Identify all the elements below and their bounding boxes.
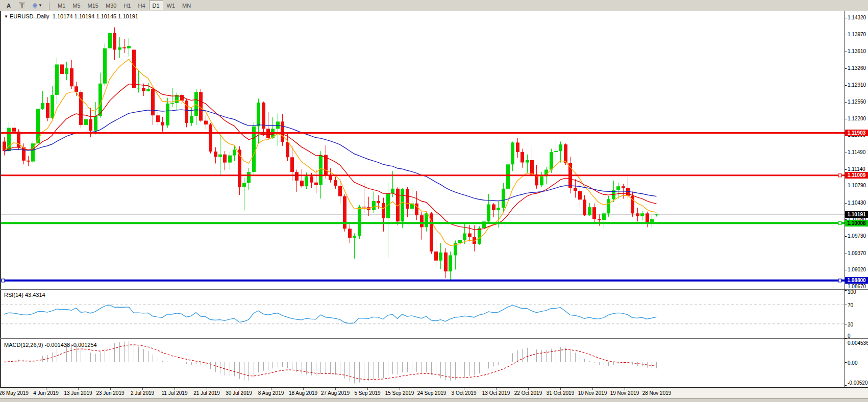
rsi-axis-tick-mark: [845, 290, 847, 291]
date-label: 15 Sep 2019: [385, 390, 414, 396]
time-axis-tick-mark: [657, 388, 657, 390]
price-axis-tick: 1.12550: [848, 99, 868, 105]
price-axis-tick: 1.13260: [848, 65, 868, 71]
text-a-tool-button[interactable]: A: [2, 1, 15, 10]
macd-indicator-label: MACD(12,26,9) -0.001438 -0.001254: [4, 342, 97, 348]
date-label: 2 Jul 2019: [131, 390, 154, 396]
date-label: 11 Jul 2019: [162, 390, 188, 396]
window-left-border: [0, 11, 1, 398]
date-label: 27 Aug 2019: [321, 390, 350, 396]
price-axis-tick: 1.11490: [848, 149, 868, 155]
time-axis-tick-mark: [78, 388, 79, 390]
time-axis-tick-mark: [207, 388, 207, 390]
price-axis-tick-mark: [845, 270, 847, 270]
macd-axis-tick: -0.005205: [848, 380, 868, 386]
time-axis-tick-mark: [335, 388, 336, 390]
price-axis-tick: 1.09370: [848, 250, 868, 256]
chart-title[interactable]: ▼ EURUSD-,Daily 1.10174 1.10194 1.10145 …: [4, 13, 138, 19]
timeframe-button-m30[interactable]: M30: [102, 1, 120, 10]
timeframe-button-m5[interactable]: M5: [69, 1, 84, 10]
time-axis-tick-mark: [528, 388, 529, 390]
timeframe-button-mn[interactable]: MN: [179, 1, 194, 10]
date-label: 10 Nov 2019: [578, 390, 607, 396]
price-axis-tick: 1.14320: [848, 15, 868, 20]
price-axis-tick: 1.13970: [848, 32, 868, 37]
timeframe-button-m1[interactable]: M1: [54, 1, 69, 10]
rsi-axis-tick-mark: [845, 338, 847, 339]
rsi-axis-tick: 100: [848, 289, 868, 295]
price-axis-tick: 1.08670: [848, 284, 868, 289]
price-axis-tick-mark: [845, 35, 847, 35]
date-label: 5 Sep 2019: [354, 390, 380, 396]
timeframe-button-h1[interactable]: H1: [120, 1, 134, 10]
price-axis-tick-mark: [845, 203, 847, 204]
timeframe-button-group: M1M5M15M30H1H4D1W1MN: [54, 1, 194, 10]
date-label: 30 Jul 2019: [226, 390, 252, 396]
timeframe-button-m15[interactable]: M15: [84, 1, 102, 10]
time-axis-tick-mark: [560, 388, 561, 390]
date-label: 26 May 2019: [0, 390, 29, 396]
timeframe-button-w1[interactable]: W1: [163, 1, 179, 10]
time-axis-tick-mark: [464, 388, 464, 390]
macd-axis-tick: 0.004536: [848, 340, 868, 346]
mt4-window: A T ▼ M1M5M15M30H1H4D1W1MN ▼ EURUSD-,Dai…: [0, 0, 868, 402]
shapes-tool-button[interactable]: ▼: [29, 1, 47, 10]
bottom-strip: [0, 398, 868, 402]
date-label: 28 Nov 2019: [642, 390, 672, 396]
date-label: 13 Jun 2019: [64, 390, 92, 396]
time-axis-tick-mark: [142, 388, 143, 390]
price-axis-tick-mark: [845, 18, 847, 18]
price-axis-tick-mark: [845, 52, 847, 52]
rsi-axis-tick: 0: [848, 333, 868, 339]
date-label: 21 Jul 2019: [193, 390, 220, 396]
macd-axis-tick-mark: [845, 342, 847, 342]
time-axis-tick-mark: [367, 388, 368, 390]
date-label: 3 Oct 2019: [452, 390, 477, 396]
rsi-panel-plot[interactable]: [0, 290, 845, 338]
price-badge: 1.11903: [845, 130, 868, 136]
date-label: 22 Oct 2019: [514, 390, 542, 396]
price-axis-tick: 1.12200: [848, 116, 868, 121]
price-badge: 1.11009: [845, 172, 868, 179]
date-label: 8 Aug 2019: [258, 390, 284, 396]
timeframe-button-d1[interactable]: D1: [149, 1, 163, 10]
text-tool-button[interactable]: T: [15, 1, 29, 10]
date-label: 18 Aug 2019: [289, 390, 317, 396]
time-axis-tick-mark: [400, 388, 400, 390]
price-axis-divider: [845, 11, 845, 398]
price-axis-tick: 1.10790: [848, 183, 868, 188]
price-axis-tick: 1.11140: [848, 166, 868, 172]
ohlc-high: 1.10194: [75, 13, 95, 19]
main-chart-plot[interactable]: [0, 11, 845, 289]
price-axis-tick-mark: [845, 287, 847, 287]
price-axis-tick-mark: [845, 153, 847, 153]
rsi-axis-tick-mark: [845, 324, 847, 324]
date-label: 23 Jun 2019: [96, 390, 124, 396]
time-axis-tick-mark: [14, 388, 14, 390]
rsi-axis-tick-mark: [845, 305, 847, 305]
price-axis-tick-mark: [845, 254, 847, 254]
panel-separator[interactable]: [0, 289, 868, 290]
shapes-tool-icon: [33, 3, 38, 8]
ohlc-low: 1.10145: [96, 13, 116, 19]
time-axis-tick-mark: [271, 388, 271, 390]
time-axis-tick-mark: [239, 388, 239, 390]
price-axis-tick: 1.12910: [848, 82, 868, 88]
macd-panel-plot[interactable]: [0, 339, 845, 387]
toolbar: A T ▼ M1M5M15M30H1H4D1W1MN: [0, 0, 868, 11]
date-label: 31 Oct 2019: [547, 390, 574, 396]
time-axis-tick-mark: [175, 388, 175, 390]
panel-separator[interactable]: [0, 338, 868, 339]
price-axis-tick-mark: [845, 169, 847, 170]
price-axis-tick-mark: [845, 85, 847, 86]
chart-dropdown-icon[interactable]: ▼: [4, 14, 8, 19]
macd-axis-tick: 0.00: [848, 360, 868, 366]
price-axis-tick: 1.10430: [848, 200, 868, 206]
price-axis-tick-mark: [845, 68, 847, 69]
time-axis-tick-mark: [432, 388, 432, 390]
price-axis-tick: 1.09730: [848, 233, 868, 239]
macd-axis-tick-mark: [845, 362, 847, 363]
date-label: 4 Jun 2019: [33, 390, 59, 396]
timeframe-button-h4[interactable]: H4: [134, 1, 148, 10]
time-axis-tick-mark: [46, 388, 46, 390]
